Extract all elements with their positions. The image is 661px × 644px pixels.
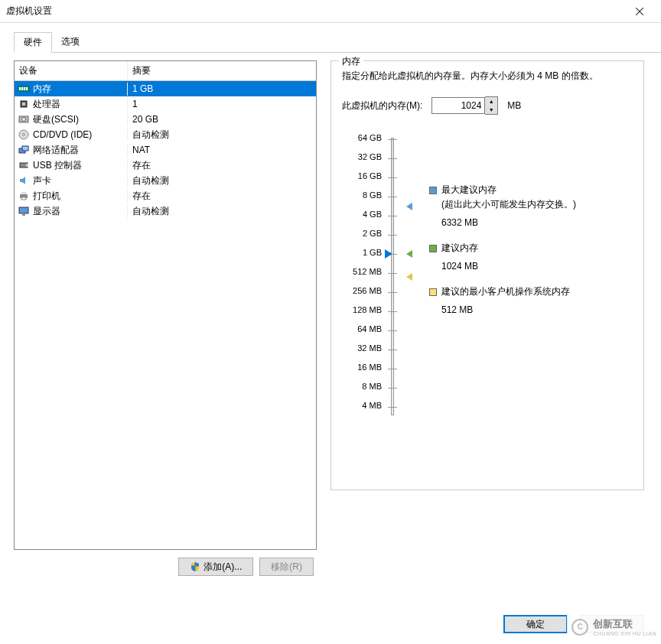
memory-legend: 内存 [339, 55, 363, 68]
hw-row-disp[interactable]: 显示器自动检测 [15, 203, 316, 219]
hdd-icon [18, 113, 30, 125]
max-marker-icon [406, 203, 412, 210]
memory-slider[interactable] [386, 133, 399, 420]
hw-row-usb[interactable]: USB 控制器存在 [15, 158, 316, 173]
hw-row-prn[interactable]: 打印机存在 [15, 188, 316, 203]
rec-marker-icon [406, 250, 412, 258]
ok-button[interactable]: 确定 [503, 615, 568, 633]
square-blue-icon [429, 187, 437, 194]
min-marker-icon [406, 273, 412, 281]
tab-hardware[interactable]: 硬件 [14, 32, 52, 53]
hw-row-cd[interactable]: CD/DVD (IDE)自动检测 [15, 127, 316, 142]
legend-rec: 建议内存 [441, 242, 478, 255]
svg-rect-16 [21, 192, 26, 194]
hardware-list: 设备 摘要 内存1 GB处理器1硬盘(SCSI)20 GBCD/DVD (IDE… [14, 60, 317, 550]
svg-rect-2 [21, 87, 23, 90]
spinner-down[interactable]: ▼ [485, 106, 497, 114]
legend-min: 建议的最小客户机操作系统内存 [441, 285, 570, 298]
net-icon [18, 144, 30, 156]
shield-icon [190, 561, 200, 572]
legend-min-val: 512 MB [441, 304, 633, 315]
current-marker-icon[interactable] [385, 249, 392, 259]
legend-max: 最大建议内存 [441, 184, 497, 197]
legend-max-val: 6332 MB [441, 217, 633, 228]
hw-header-device[interactable]: 设备 [15, 61, 128, 80]
svg-point-10 [23, 134, 25, 136]
remove-button[interactable]: 移除(R) [259, 558, 314, 576]
mem-icon [18, 83, 30, 95]
tab-options[interactable]: 选项 [52, 32, 89, 52]
watermark: C 创新互联 CHUANG XIN HU LIAN [567, 614, 661, 639]
cpu-icon [18, 98, 30, 110]
svg-rect-6 [22, 102, 25, 106]
hw-row-mem[interactable]: 内存1 GB [15, 81, 316, 96]
hw-row-net[interactable]: 网络适配器NAT [15, 142, 316, 158]
square-yellow-icon [429, 288, 437, 296]
usb-icon [18, 159, 30, 171]
square-green-icon [429, 245, 437, 252]
legend-max-sub: (超出此大小可能发生内存交换。) [441, 198, 633, 211]
close-icon [636, 8, 643, 15]
memory-scale-labels: 64 GB32 GB16 GB8 GB4 GB2 GB1 GB512 MB256… [342, 133, 386, 420]
hw-row-hdd[interactable]: 硬盘(SCSI)20 GB [15, 112, 316, 127]
prn-icon [18, 190, 30, 202]
add-button[interactable]: 添加(A)... [178, 558, 253, 576]
svg-rect-18 [19, 207, 28, 213]
hw-row-snd[interactable]: 声卡自动检测 [15, 173, 316, 188]
spinner-up[interactable]: ▲ [485, 97, 497, 106]
snd-icon [18, 174, 30, 187]
svg-rect-12 [22, 146, 28, 151]
memory-label: 此虚拟机的内存(M): [342, 99, 422, 112]
svg-rect-1 [19, 87, 21, 90]
memory-unit: MB [507, 100, 521, 111]
svg-rect-17 [21, 197, 26, 200]
hw-header-summary[interactable]: 摘要 [128, 61, 316, 80]
close-button[interactable] [624, 1, 655, 22]
svg-rect-14 [26, 164, 28, 167]
memory-input[interactable] [431, 97, 485, 114]
svg-rect-3 [24, 87, 25, 90]
legend-rec-val: 1024 MB [441, 261, 633, 272]
hw-row-cpu[interactable]: 处理器1 [15, 96, 316, 112]
disp-icon [18, 205, 30, 217]
svg-point-8 [22, 118, 26, 122]
tab-bar: 硬件 选项 [14, 32, 661, 53]
cd-icon [18, 128, 30, 141]
svg-rect-4 [26, 87, 28, 90]
memory-description: 指定分配给此虚拟机的内存量。内存大小必须为 4 MB 的倍数。 [342, 69, 633, 83]
window-title: 虚拟机设置 [6, 5, 52, 18]
svg-rect-19 [22, 214, 25, 216]
